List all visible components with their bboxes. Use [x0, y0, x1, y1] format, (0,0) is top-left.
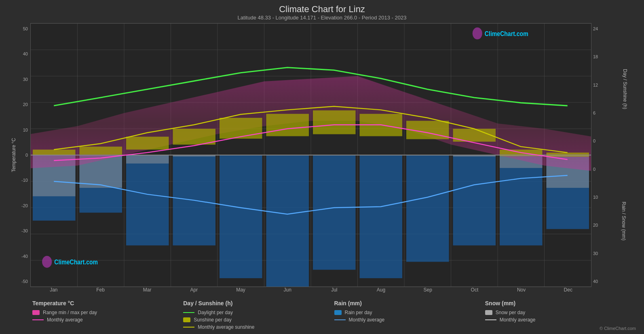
temp-avg-line — [32, 319, 44, 320]
ytick-20: 20 — [8, 102, 30, 107]
x-feb: Feb — [77, 287, 124, 297]
svg-rect-29 — [360, 155, 402, 278]
legend-snow-bar-label: Snow per day — [496, 310, 525, 315]
svg-text:ClimeChart.com: ClimeChart.com — [54, 258, 98, 266]
svg-rect-27 — [266, 155, 309, 287]
rain-swatch — [334, 310, 342, 315]
chart-canvas: ClimeChart.com ClimeChart.com — [30, 23, 591, 287]
legend-sunshine-avg: Monthly average sunshine — [183, 324, 334, 330]
x-apr: Apr — [171, 287, 217, 297]
svg-rect-36 — [126, 155, 169, 164]
rtick-24: 24 — [591, 26, 598, 31]
legend-temp-avg: Monthly average — [32, 317, 183, 323]
rtick-6: 6 — [591, 111, 595, 115]
chart-subtitle: Latitude 48.33 - Longitude 14.171 - Elev… — [8, 15, 636, 21]
svg-rect-53 — [547, 153, 589, 157]
x-sep: Sep — [404, 287, 451, 297]
x-dec: Dec — [545, 287, 591, 297]
rtick-40: 40 — [591, 279, 598, 284]
ytick-n10: -10 — [8, 178, 30, 183]
x-mar: Mar — [124, 287, 171, 297]
chart-title: Climate Chart for Linz — [8, 4, 636, 15]
ytick-n30: -30 — [8, 228, 30, 233]
right-label-rain: Rain / Snow (mm) — [621, 202, 627, 240]
temp-range-swatch — [32, 310, 40, 315]
legend-sunshine-avg-label: Monthly average sunshine — [198, 324, 254, 330]
legend-snow-bar: Snow per day — [485, 310, 636, 315]
page-wrapper: Climate Chart for Linz Latitude 48.33 - … — [0, 0, 644, 334]
svg-rect-28 — [313, 155, 355, 270]
svg-rect-30 — [406, 155, 449, 262]
right-ticks: 24 18 12 6 0 0 10 20 30 40 — [591, 23, 608, 287]
logo-watermark-topright: ClimeChart.com — [473, 28, 528, 39]
svg-rect-43 — [80, 147, 122, 155]
legend-sunshine-bar-label: Sunshine per day — [194, 317, 231, 323]
x-nov: Nov — [498, 287, 545, 297]
rtick-12: 12 — [591, 83, 598, 87]
ytick-n50: -50 — [8, 279, 30, 284]
ytick-n40: -40 — [8, 254, 30, 259]
daylight-line — [183, 312, 194, 313]
legend-rain-title: Rain (mm) — [334, 300, 485, 306]
svg-rect-46 — [220, 118, 262, 139]
right-axes: 24 18 12 6 0 0 10 20 30 40 Day / Sunshin… — [591, 23, 636, 287]
legend-rain-avg-label: Monthly average — [349, 317, 385, 323]
chart-area: Temperature °C 50 40 30 20 10 0 -10 -20 … — [8, 23, 636, 287]
legend-sunshine-title: Day / Sunshine (h) — [183, 300, 334, 306]
legend-section: Temperature °C Range min / max per day M… — [8, 297, 636, 330]
svg-text:ClimeChart.com: ClimeChart.com — [485, 30, 528, 37]
rtick-0top: 0 — [591, 138, 595, 143]
sunshine-swatch — [183, 317, 190, 322]
ytick-n20: -20 — [8, 203, 30, 208]
rtick-20: 20 — [591, 223, 598, 228]
rtick-0bot: 0 — [591, 167, 595, 172]
legend-rain: Rain (mm) Rain per day Monthly average — [334, 300, 485, 330]
rain-avg-line — [334, 319, 346, 320]
x-aug: Aug — [358, 287, 405, 297]
x-may: May — [217, 287, 264, 297]
legend-temp-range: Range min / max per day — [32, 310, 183, 315]
legend-temp-title: Temperature °C — [32, 300, 183, 306]
x-jul: Jul — [311, 287, 358, 297]
legend-rain-bar: Rain per day — [334, 310, 485, 315]
svg-point-57 — [473, 28, 482, 39]
legend-snow-avg: Monthly average — [485, 317, 636, 323]
svg-rect-31 — [453, 155, 496, 245]
svg-rect-44 — [126, 137, 169, 150]
legend-sunshine-bar: Sunshine per day — [183, 317, 334, 323]
y-axis-left: Temperature °C 50 40 30 20 10 0 -10 -20 … — [8, 23, 30, 287]
ytick-30: 30 — [8, 77, 30, 82]
logo-watermark-bottomleft: ClimeChart.com — [42, 256, 98, 268]
svg-point-54 — [42, 256, 52, 268]
legend-temp-range-label: Range min / max per day — [43, 310, 97, 315]
ytick-10: 10 — [8, 128, 30, 132]
right-label-sunshine: Day / Sunshine (h) — [622, 69, 627, 109]
x-oct: Oct — [451, 287, 498, 297]
ytick-40: 40 — [8, 51, 30, 56]
x-axis: Jan Feb Mar Apr May Jun Jul Aug Sep Oct … — [30, 287, 591, 297]
svg-rect-48 — [313, 111, 355, 134]
legend-rain-bar-label: Rain per day — [345, 310, 372, 315]
rtick-30: 30 — [591, 251, 598, 256]
svg-rect-47 — [266, 114, 309, 136]
sunshine-avg-line — [183, 327, 194, 328]
y-axis-left-label: Temperature °C — [11, 138, 17, 172]
snow-avg-line — [485, 319, 496, 320]
watermark: © ClimeChart.com — [600, 326, 636, 331]
title-section: Climate Chart for Linz Latitude 48.33 - … — [8, 4, 636, 21]
legend-snow-title: Snow (mm) — [485, 300, 636, 306]
svg-rect-42 — [33, 150, 75, 155]
right-axis-labels: Day / Sunshine (h) Rain / Snow (mm) — [608, 23, 636, 287]
svg-rect-26 — [220, 155, 262, 278]
legend-temp-avg-label: Monthly average — [47, 317, 83, 323]
legend-temperature: Temperature °C Range min / max per day M… — [32, 300, 183, 330]
rtick-18: 18 — [591, 54, 598, 59]
ytick-50: 50 — [8, 26, 30, 31]
legend-daylight-label: Daylight per day — [198, 310, 233, 315]
legend-sunshine: Day / Sunshine (h) Daylight per day Suns… — [183, 300, 334, 330]
svg-rect-24 — [126, 155, 169, 245]
legend-snow-avg-label: Monthly average — [500, 317, 536, 323]
snow-swatch — [485, 310, 492, 315]
legend-snow: Snow (mm) Snow per day Monthly average ©… — [485, 300, 636, 330]
svg-rect-32 — [500, 155, 542, 245]
